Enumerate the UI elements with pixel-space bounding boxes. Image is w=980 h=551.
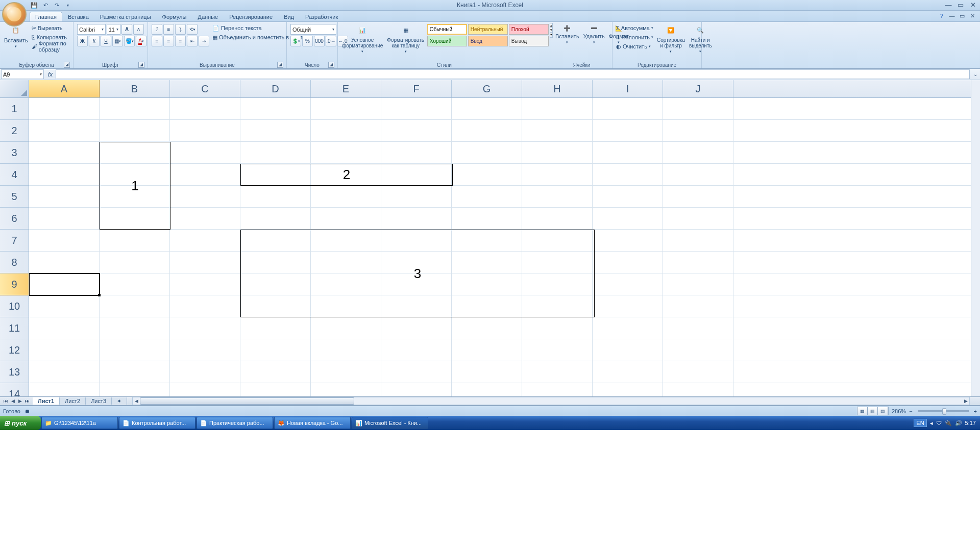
- zoom-in-button[interactable]: +: [974, 408, 977, 414]
- indent-dec-button[interactable]: ⇤: [187, 36, 198, 46]
- fill-color-button[interactable]: 🪣▾: [124, 36, 135, 46]
- row-header[interactable]: 8: [0, 252, 29, 273]
- font-color-button[interactable]: A▾: [136, 36, 146, 46]
- tab-review[interactable]: Рецензирование: [224, 12, 278, 21]
- tab-page-layout[interactable]: Разметка страницы: [94, 12, 157, 21]
- horizontal-scrollbar[interactable]: ◀▶: [132, 397, 970, 405]
- style-chip-neutral[interactable]: Нейтральный: [468, 24, 508, 35]
- help-icon[interactable]: ?: [937, 12, 946, 20]
- first-sheet-button[interactable]: ⏮: [2, 398, 9, 404]
- row-header[interactable]: 7: [0, 230, 29, 252]
- font-name-combo[interactable]: Calibri▾: [77, 24, 106, 35]
- currency-button[interactable]: 💲▾: [290, 36, 301, 46]
- column-header[interactable]: I: [593, 80, 663, 97]
- row-header[interactable]: 11: [0, 317, 29, 339]
- column-header[interactable]: J: [663, 80, 733, 97]
- align-bottom-button[interactable]: ⤵: [175, 24, 186, 35]
- redo-icon[interactable]: ↷: [52, 1, 61, 10]
- zoom-slider[interactable]: [918, 410, 969, 412]
- minimize-button[interactable]: —: [943, 1, 953, 8]
- row-header[interactable]: 6: [0, 208, 29, 230]
- style-chip-input[interactable]: Ввод: [468, 36, 508, 46]
- taskbar-item[interactable]: 📁G:\12345\12\11а: [41, 417, 118, 429]
- column-header[interactable]: G: [452, 80, 522, 97]
- style-chip-bad[interactable]: Плохой: [509, 24, 549, 35]
- ribbon-close-icon[interactable]: ✕: [968, 12, 977, 20]
- formula-input[interactable]: [56, 69, 970, 79]
- sheet-tab-3[interactable]: Лист3: [86, 397, 112, 405]
- align-left-button[interactable]: ≡: [152, 36, 162, 46]
- tab-insert[interactable]: Вставка: [62, 12, 94, 21]
- tab-view[interactable]: Вид: [278, 12, 300, 21]
- fill-button[interactable]: ⬇Заполнить▾: [616, 33, 653, 41]
- clock[interactable]: 5:17: [965, 420, 976, 426]
- clear-button[interactable]: ◐Очистить▾: [616, 42, 653, 51]
- language-indicator[interactable]: EN: [914, 419, 926, 427]
- name-box[interactable]: A9▾: [1, 69, 44, 79]
- column-header[interactable]: E: [311, 80, 381, 97]
- find-select-button[interactable]: 🔍Найти и выделить▾: [687, 23, 714, 55]
- paste-button[interactable]: 📋 Вставить ▾: [2, 23, 30, 49]
- bordered-range[interactable]: 3: [240, 230, 595, 317]
- column-header[interactable]: D: [240, 80, 311, 97]
- active-cell[interactable]: [29, 273, 100, 296]
- taskbar-item[interactable]: 📄Контрольная работ...: [119, 417, 195, 429]
- column-header[interactable]: C: [170, 80, 240, 97]
- alignment-dialog-icon[interactable]: ◢: [277, 62, 283, 68]
- new-sheet-button[interactable]: ✦: [112, 397, 127, 405]
- taskbar-item[interactable]: 📊Microsoft Excel - Кни...: [352, 417, 428, 429]
- column-header[interactable]: H: [522, 80, 593, 97]
- inc-decimal-button[interactable]: .0→: [326, 36, 336, 46]
- tab-developer[interactable]: Разработчик: [300, 12, 344, 21]
- ribbon-min-icon[interactable]: —: [947, 12, 957, 20]
- number-dialog-icon[interactable]: ◢: [328, 62, 334, 68]
- row-header[interactable]: 2: [0, 120, 29, 142]
- row-header[interactable]: 4: [0, 164, 29, 186]
- vertical-scrollbar[interactable]: [971, 80, 980, 396]
- cut-button[interactable]: ✂Вырезать: [32, 24, 69, 32]
- qat-dropdown-icon[interactable]: ▾: [63, 1, 72, 10]
- font-dialog-icon[interactable]: ◢: [138, 62, 144, 68]
- sort-filter-button[interactable]: 🔽Сортировка и фильтр▾: [655, 23, 687, 55]
- restore-button[interactable]: ▭: [955, 1, 966, 8]
- macro-record-icon[interactable]: ⏺: [24, 408, 30, 414]
- align-top-button[interactable]: ⤴: [152, 24, 162, 35]
- bordered-range[interactable]: 2: [240, 164, 453, 186]
- style-chip-good[interactable]: Хороший: [427, 36, 467, 46]
- undo-icon[interactable]: ↶: [41, 1, 50, 10]
- comma-button[interactable]: 000: [314, 36, 325, 46]
- grow-font-button[interactable]: A: [121, 24, 132, 35]
- prev-sheet-button[interactable]: ◀: [9, 398, 16, 404]
- row-header[interactable]: 13: [0, 361, 29, 383]
- font-size-combo[interactable]: 11▾: [107, 24, 120, 35]
- autosum-button[interactable]: ΣАвтосумма▾: [616, 24, 653, 32]
- style-chip-output[interactable]: Вывод: [509, 36, 549, 46]
- italic-button[interactable]: К: [89, 36, 100, 46]
- taskbar-item[interactable]: 📄Практическая рабо...: [197, 417, 273, 429]
- tray-icon[interactable]: 🛡: [936, 420, 942, 426]
- format-as-table-button[interactable]: ▦Форматировать как таблицу▾: [385, 23, 426, 55]
- row-header[interactable]: 1: [0, 98, 29, 120]
- border-button[interactable]: ▦▾: [112, 36, 123, 46]
- tray-icon[interactable]: 🔊: [955, 420, 962, 427]
- sheet-tab-1[interactable]: Лист1: [33, 397, 60, 405]
- conditional-formatting-button[interactable]: 📊Условное форматирование▾: [340, 23, 385, 55]
- start-button[interactable]: ⊞пуск: [0, 416, 41, 430]
- next-sheet-button[interactable]: ▶: [16, 398, 23, 404]
- column-header[interactable]: F: [381, 80, 452, 97]
- column-header[interactable]: A: [29, 80, 100, 97]
- taskbar-item[interactable]: 🦊Новая вкладка - Go...: [274, 417, 351, 429]
- row-header[interactable]: 3: [0, 142, 29, 164]
- last-sheet-button[interactable]: ⏭: [23, 398, 31, 404]
- view-buttons[interactable]: ▦▥▤: [857, 407, 889, 415]
- select-all-button[interactable]: [0, 80, 29, 98]
- orientation-button[interactable]: ⟲▾: [187, 24, 198, 35]
- fx-button[interactable]: fx: [45, 71, 56, 78]
- delete-cells-button[interactable]: ➖Удалить▾: [581, 23, 607, 45]
- style-chip-normal[interactable]: Обычный: [427, 24, 467, 35]
- zoom-out-button[interactable]: −: [909, 408, 912, 414]
- tab-home[interactable]: Главная: [30, 12, 62, 21]
- bold-button[interactable]: Ж: [77, 36, 88, 46]
- close-button[interactable]: ✕: [968, 1, 978, 8]
- row-header[interactable]: 12: [0, 339, 29, 361]
